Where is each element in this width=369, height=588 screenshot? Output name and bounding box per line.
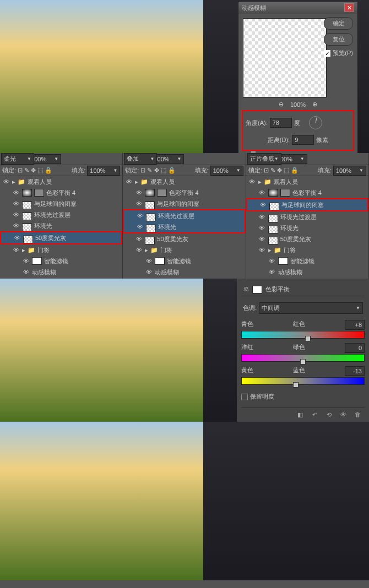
layer-row[interactable]: 👁环境光过渡层 [124, 210, 244, 221]
visibility-icon[interactable]: 👁 [338, 411, 348, 420]
distance-input[interactable] [292, 135, 314, 145]
zoom-in-icon[interactable]: ⊕ [312, 101, 317, 108]
cb-title: 色彩平衡 [265, 285, 290, 293]
angle-input[interactable] [270, 118, 292, 128]
reset-button[interactable]: 复位 [324, 33, 353, 46]
layer-row[interactable]: 👁50度柔光灰 [1, 232, 121, 243]
layers-panels-row: 柔光▼ 不透明度: 100%▼ 锁定:⊡ ✎ ✥ ⬚ 🔒填充:100%▼ 👁▸📁… [0, 153, 369, 279]
cb-slider[interactable] [241, 331, 365, 339]
blend-mode-dropdown[interactable]: 柔光▼ [1, 153, 34, 165]
preserve-checkbox[interactable] [241, 394, 248, 400]
cb-slider[interactable] [241, 377, 365, 385]
reset-icon[interactable]: ⟲ [324, 411, 334, 420]
composite-image-bottom [0, 422, 369, 580]
blend-mode-dropdown[interactable]: 叠加▼ [124, 153, 157, 165]
trash-icon[interactable]: 🗑 [352, 411, 362, 420]
visibility-icon[interactable]: 👁 [2, 178, 10, 185]
color-balance-panel: ⚖ 色彩平衡 色调: 中间调▼ 青色红色+8洋红绿色0黄色蓝色-13 保留明度 … [237, 279, 369, 422]
cb-value[interactable]: 0 [345, 343, 365, 353]
close-icon[interactable]: ✕ [344, 3, 354, 12]
cb-value[interactable]: +8 [345, 320, 365, 330]
fill-dropdown[interactable]: 100%▼ [87, 166, 120, 176]
layers-panel-1: 柔光▼ 不透明度: 100%▼ 锁定:⊡ ✎ ✥ ⬚ 🔒填充:100%▼ 👁▸📁… [0, 153, 123, 279]
preview-checkbox[interactable]: ✓ [324, 50, 330, 57]
composite-image-top: 动感模糊 ✕ 确定 复位 ✓预览(P) ⊖ 100% ⊕ 角度(A): [0, 0, 369, 153]
tone-dropdown[interactable]: 中间调▼ [259, 302, 363, 314]
balance-icon: ⚖ [243, 286, 249, 293]
previous-icon[interactable]: ↶ [310, 411, 319, 420]
folder-icon: 📁 [18, 178, 25, 186]
zoom-value: 100% [290, 101, 306, 108]
dialog-title: 动感模糊 [242, 4, 266, 12]
layer-row[interactable]: 👁环境光 [124, 221, 244, 232]
clip-icon[interactable]: ◧ [295, 411, 305, 420]
cb-value[interactable]: -13 [345, 366, 365, 376]
angle-label: 角度(A): [246, 119, 268, 127]
lock-icons[interactable]: ⊡ ✎ ✥ ⬚ 🔒 [18, 167, 52, 174]
composite-image-middle: ⚖ 色彩平衡 色调: 中间调▼ 青色红色+8洋红绿色0黄色蓝色-13 保留明度 … [0, 279, 369, 422]
distance-label: 距离(D): [268, 136, 290, 144]
cb-slider[interactable] [241, 354, 365, 362]
layers-panel-3: 正片叠底▼ 不透明度: 100%▼ 锁定:⊡ ✎ ✥ ⬚ 🔒填充:100%▼ 👁… [246, 153, 369, 279]
zoom-out-icon[interactable]: ⊖ [279, 101, 284, 108]
layers-panel-2: 叠加▼ 不透明度: 100%▼ 锁定:⊡ ✎ ✥ ⬚ 🔒填充:100%▼ 👁▸📁… [123, 153, 246, 279]
expand-icon[interactable]: ▸ [12, 178, 15, 186]
blur-preview [243, 18, 327, 97]
layer-row[interactable]: 👁与足球间的闭塞 [247, 199, 367, 210]
motion-blur-dialog: 动感模糊 ✕ 确定 复位 ✓预览(P) ⊖ 100% ⊕ 角度(A): [238, 1, 358, 153]
angle-dial-icon[interactable] [309, 116, 322, 129]
ok-button[interactable]: 确定 [324, 17, 353, 30]
blend-mode-dropdown[interactable]: 正片叠底▼ [247, 153, 281, 165]
